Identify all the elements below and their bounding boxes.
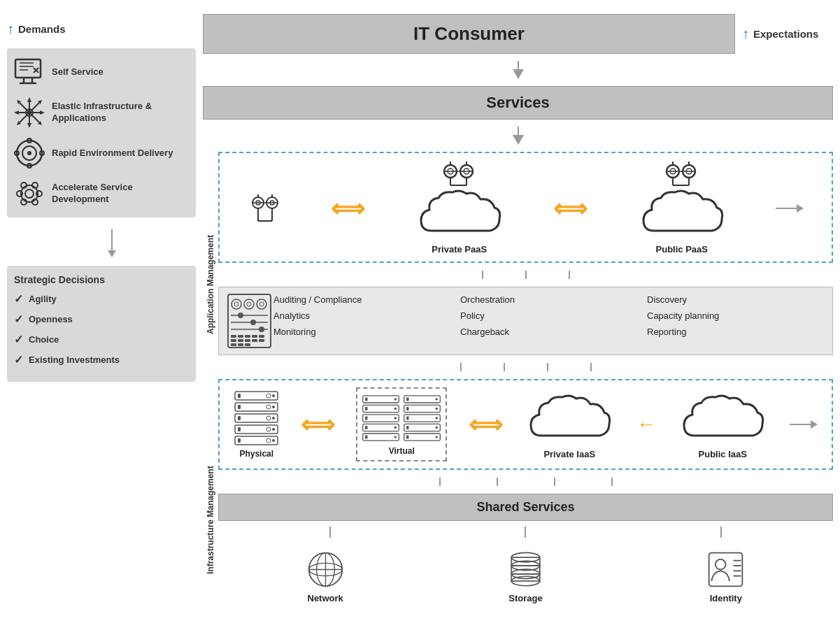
it-consumer-box: IT Consumer bbox=[203, 14, 735, 54]
it-consumer-arrow bbox=[203, 59, 833, 80]
svg-point-77 bbox=[250, 320, 256, 325]
virtual-racks: Virtual bbox=[356, 387, 447, 461]
mgmt-text-cols: Auditing / Compliance Analytics Monitori… bbox=[273, 293, 827, 349]
svg-rect-120 bbox=[365, 416, 367, 420]
physical-label: Physical bbox=[239, 449, 273, 459]
svg-rect-135 bbox=[406, 416, 408, 420]
mgmt-reporting: Reporting bbox=[647, 325, 827, 338]
public-paas-cloud: Public PaaS bbox=[636, 162, 727, 255]
svg-rect-128 bbox=[404, 396, 441, 403]
svg-rect-90 bbox=[231, 343, 236, 346]
services-arrow bbox=[203, 125, 833, 146]
virtual-server-1-icon bbox=[362, 393, 400, 443]
svg-point-121 bbox=[394, 417, 397, 419]
svg-rect-126 bbox=[365, 436, 367, 439]
left-panel: ↑ Demands bbox=[7, 7, 196, 623]
svg-rect-117 bbox=[365, 407, 367, 410]
identity-item: Identity bbox=[706, 550, 745, 603]
svg-point-70 bbox=[244, 299, 254, 309]
mgmt-capacity: Capacity planning bbox=[647, 309, 827, 322]
strategic-choice-label: Choice bbox=[29, 334, 59, 345]
svg-marker-15 bbox=[14, 110, 19, 115]
svg-rect-101 bbox=[235, 414, 278, 422]
svg-rect-93 bbox=[235, 392, 278, 400]
private-paas-cloud: Private PaaS bbox=[414, 162, 505, 255]
rapid-env-label: Rapid Environment Delivery bbox=[52, 148, 173, 159]
shared-to-nsi-connectors bbox=[218, 527, 833, 538]
svg-marker-13 bbox=[27, 97, 31, 102]
self-service-item: Self Service bbox=[14, 57, 189, 87]
it-consumer-label: IT Consumer bbox=[413, 23, 525, 44]
mgmt-to-iaas-connectors bbox=[218, 361, 833, 373]
svg-point-95 bbox=[266, 394, 271, 398]
mgmt-orchestration: Orchestration bbox=[460, 293, 640, 306]
svg-point-124 bbox=[394, 427, 397, 429]
svg-point-100 bbox=[272, 406, 275, 408]
svg-point-71 bbox=[247, 302, 251, 306]
svg-point-73 bbox=[259, 302, 264, 306]
mgmt-col-1: Auditing / Compliance Analytics Monitori… bbox=[273, 293, 453, 349]
svg-point-24 bbox=[27, 151, 31, 155]
rapid-env-icon bbox=[14, 138, 45, 169]
svg-rect-132 bbox=[406, 407, 408, 410]
svg-point-115 bbox=[394, 398, 397, 400]
mgmt-policy: Policy bbox=[460, 309, 640, 322]
svg-point-103 bbox=[266, 416, 271, 420]
pulley-left-icon bbox=[248, 194, 283, 222]
iaas-right-orange-arrow: ← bbox=[636, 413, 656, 436]
svg-point-68 bbox=[232, 299, 241, 309]
public-iaas-cloud: Public IaaS bbox=[677, 390, 768, 459]
svg-point-136 bbox=[436, 417, 438, 419]
svg-rect-97 bbox=[235, 403, 278, 411]
demands-up-arrow-icon: ↑ bbox=[7, 21, 14, 37]
checkmark-icon: ✓ bbox=[14, 292, 23, 306]
svg-rect-119 bbox=[363, 415, 399, 422]
vertical-labels: Application Management Infrastructure Ma… bbox=[203, 152, 218, 623]
self-service-label: Self Service bbox=[52, 66, 104, 78]
svg-point-69 bbox=[234, 302, 239, 306]
services-box: Services bbox=[203, 86, 833, 120]
paas-section: ⟺ bbox=[218, 152, 833, 263]
private-paas-pulley-icon bbox=[440, 162, 478, 186]
mgmt-col-2: Orchestration Policy Chargeback bbox=[460, 293, 640, 349]
shared-services-box: Shared Services bbox=[218, 494, 833, 521]
public-paas-right-connector bbox=[776, 204, 804, 213]
demands-arrow bbox=[28, 229, 196, 257]
physical-server-icon bbox=[234, 390, 279, 446]
iaas-section: Physical ⟺ bbox=[218, 379, 833, 470]
strategic-existing: ✓ Existing Investments bbox=[14, 353, 189, 366]
infra-mgmt-label: Infrastructure Management bbox=[203, 417, 218, 623]
iaas-to-shared-connectors bbox=[218, 475, 833, 488]
network-icon bbox=[306, 550, 345, 589]
svg-point-133 bbox=[436, 408, 438, 410]
shared-services-label: Shared Services bbox=[476, 500, 574, 514]
paas-left-orange-arrow: ⟺ bbox=[331, 194, 365, 222]
svg-point-139 bbox=[436, 427, 438, 429]
mgmt-panel-icon bbox=[227, 293, 272, 349]
svg-point-130 bbox=[436, 398, 438, 400]
mgmt-col-3: Discovery Capacity planning Reporting bbox=[647, 293, 827, 349]
left-items-box: Self Service bbox=[7, 48, 196, 217]
network-item: Network bbox=[306, 550, 345, 603]
expectations-label: ↑ Expectations bbox=[742, 26, 833, 42]
mgmt-chargeback: Chargeback bbox=[460, 325, 640, 338]
paas-row: ⟺ bbox=[227, 162, 825, 255]
mgmt-auditing: Auditing / Compliance bbox=[273, 293, 453, 306]
checkmark-icon-3: ✓ bbox=[14, 333, 23, 346]
svg-point-142 bbox=[436, 436, 438, 438]
svg-rect-131 bbox=[404, 405, 441, 412]
svg-point-79 bbox=[259, 327, 264, 332]
iaas-middle-orange-arrow: ⟺ bbox=[469, 410, 503, 438]
svg-rect-83 bbox=[252, 335, 257, 338]
svg-rect-81 bbox=[238, 335, 243, 338]
svg-point-156 bbox=[716, 559, 726, 570]
demands-label: ↑ Demands bbox=[7, 21, 196, 37]
checkmark-icon-4: ✓ bbox=[14, 353, 23, 366]
svg-rect-89 bbox=[259, 339, 264, 342]
private-iaas-label: Private IaaS bbox=[543, 449, 595, 459]
svg-rect-102 bbox=[238, 416, 241, 420]
expectations-container: ↑ Expectations bbox=[742, 26, 833, 42]
checkmark-icon-2: ✓ bbox=[14, 313, 23, 326]
demands-text: Demands bbox=[18, 23, 66, 35]
elastic-infra-label: Elastic Infrastructure & Applications bbox=[52, 101, 189, 124]
